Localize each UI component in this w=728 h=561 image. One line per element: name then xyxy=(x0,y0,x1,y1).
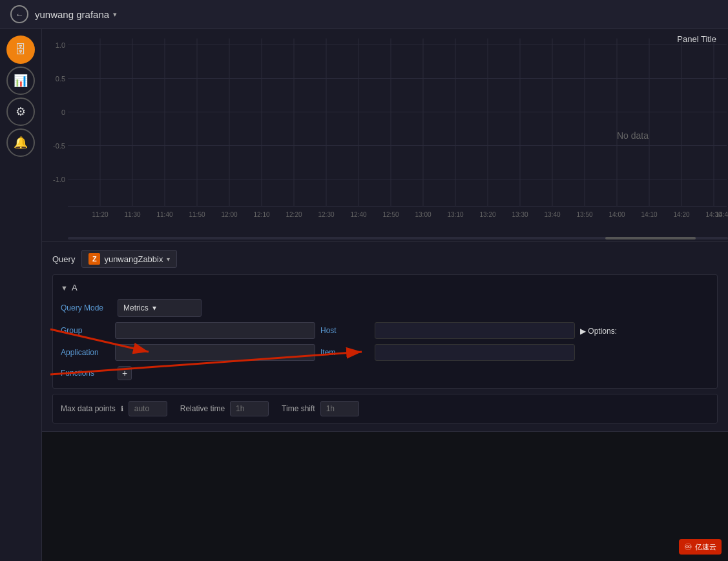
svg-text:0.5: 0.5 xyxy=(56,75,65,83)
info-icon[interactable]: ℹ xyxy=(121,405,123,413)
group-label[interactable]: Group xyxy=(61,326,112,335)
scrollbar-track xyxy=(68,237,728,240)
chart-inner: 1.0 0.5 0 -0.5 -1.0 11:20 11:30 11:40 11… xyxy=(42,29,728,222)
chart-svg: 1.0 0.5 0 -0.5 -1.0 11:20 11:30 11:40 11… xyxy=(42,29,728,222)
datasource-name: yunwangZabbix xyxy=(104,254,163,264)
sidebar-icon-chart[interactable]: 📊 xyxy=(6,66,35,95)
bottom-options: Max data points ℹ Relative time Time shi… xyxy=(52,394,718,423)
collapse-arrow-icon[interactable]: ▼ xyxy=(61,284,68,292)
gear-icon: ⚙ xyxy=(16,105,26,119)
svg-text:12:00: 12:00 xyxy=(221,211,237,218)
svg-text:12:20: 12:20 xyxy=(286,211,302,218)
options-link[interactable]: ▶ Options: xyxy=(580,327,617,336)
max-data-points-input[interactable] xyxy=(129,401,167,416)
host-field: Host xyxy=(320,322,575,339)
query-block-header: ▼ A xyxy=(61,283,709,292)
svg-text:13:00: 13:00 xyxy=(415,211,431,218)
app-title: yunwang grafana xyxy=(35,9,109,20)
sidebar: 🗄 📊 ⚙ 🔔 xyxy=(0,29,42,561)
svg-text:13:50: 13:50 xyxy=(576,211,592,218)
watermark: ♾ 亿速云 xyxy=(679,539,722,555)
functions-label: Functions xyxy=(61,369,112,378)
item-label[interactable]: Item xyxy=(320,348,372,357)
main-layout: 🗄 📊 ⚙ 🔔 Panel Title xyxy=(0,29,728,561)
chart-icon: 📊 xyxy=(14,74,28,88)
chart-scrollbar[interactable] xyxy=(68,235,728,241)
sidebar-icon-gear[interactable]: ⚙ xyxy=(6,97,35,126)
mode-arrow-icon: ▾ xyxy=(152,303,156,312)
back-arrow-icon: ← xyxy=(16,10,24,19)
group-input[interactable] xyxy=(115,322,315,339)
group-field: Group xyxy=(61,322,315,339)
svg-text:13:10: 13:10 xyxy=(447,211,463,218)
application-field: Application xyxy=(61,344,315,361)
content-area: Panel Title xyxy=(42,29,728,561)
relative-time-input[interactable] xyxy=(230,401,269,416)
watermark-icon: ♾ xyxy=(684,542,692,552)
svg-text:-1.0: -1.0 xyxy=(53,176,65,183)
sidebar-icon-bell[interactable]: 🔔 xyxy=(6,128,35,157)
max-data-points-label: Max data points xyxy=(61,404,116,413)
datasource-dropdown-icon: ▾ xyxy=(167,256,170,263)
mode-select[interactable]: Metrics ▾ xyxy=(118,299,202,317)
options-group: ▶ Options: xyxy=(580,326,709,336)
time-shift-input[interactable] xyxy=(320,401,359,416)
svg-text:12:50: 12:50 xyxy=(382,211,399,218)
item-input[interactable] xyxy=(375,344,575,361)
relative-time-group: Relative time xyxy=(180,401,269,416)
database-icon: 🗄 xyxy=(15,43,26,57)
svg-text:11:40: 11:40 xyxy=(156,211,172,218)
back-button[interactable]: ← xyxy=(10,5,28,23)
add-function-button[interactable]: + xyxy=(118,366,132,380)
svg-text:13:30: 13:30 xyxy=(512,211,528,218)
svg-text:14:20: 14:20 xyxy=(673,211,689,218)
scrollbar-thumb[interactable] xyxy=(605,237,696,240)
svg-text:14:40: 14:40 xyxy=(715,211,728,218)
query-mode-label: Query Mode xyxy=(61,303,112,312)
item-field: Item xyxy=(320,344,575,361)
svg-text:14:10: 14:10 xyxy=(641,211,657,218)
svg-text:12:30: 12:30 xyxy=(318,211,334,218)
query-section: Query Z yunwangZabbix ▾ ▼ A Query Mode xyxy=(42,242,728,432)
sidebar-icon-database[interactable]: 🗄 xyxy=(6,36,35,64)
bell-icon: 🔔 xyxy=(14,136,28,150)
query-mode-row: Query Mode Metrics ▾ xyxy=(61,299,709,317)
application-input[interactable] xyxy=(115,344,315,361)
host-label[interactable]: Host xyxy=(320,326,372,335)
header: ← yunwang grafana ▾ xyxy=(0,0,728,29)
header-title: yunwang grafana ▾ xyxy=(35,9,117,20)
functions-row: Functions + xyxy=(61,366,709,380)
svg-text:0: 0 xyxy=(61,108,65,116)
svg-text:14:00: 14:00 xyxy=(608,211,625,218)
application-label[interactable]: Application xyxy=(61,348,112,357)
mode-value: Metrics xyxy=(123,303,149,312)
svg-text:11:30: 11:30 xyxy=(124,211,140,218)
svg-text:11:20: 11:20 xyxy=(92,211,108,218)
query-block-id: A xyxy=(72,283,78,292)
svg-text:No data: No data xyxy=(617,130,649,141)
svg-text:12:10: 12:10 xyxy=(253,211,269,218)
svg-text:13:40: 13:40 xyxy=(544,211,560,218)
query-row: Query Z yunwangZabbix ▾ xyxy=(52,250,718,268)
query-label: Query xyxy=(52,254,75,264)
relative-time-label: Relative time xyxy=(180,404,225,413)
svg-text:12:40: 12:40 xyxy=(350,211,366,218)
max-data-points-group: Max data points ℹ xyxy=(61,401,167,416)
svg-text:-0.5: -0.5 xyxy=(53,142,65,150)
title-dropdown-icon[interactable]: ▾ xyxy=(113,10,117,19)
svg-text:1.0: 1.0 xyxy=(56,41,65,49)
svg-text:13:20: 13:20 xyxy=(479,211,495,218)
chart-panel: Panel Title xyxy=(42,29,728,242)
zabbix-logo: Z xyxy=(88,253,100,265)
query-block-a: ▼ A Query Mode Metrics ▾ Group xyxy=(52,274,718,389)
watermark-text: 亿速云 xyxy=(695,542,716,552)
datasource-selector[interactable]: Z yunwangZabbix ▾ xyxy=(81,250,177,268)
time-shift-group: Time shift xyxy=(282,401,359,416)
svg-text:11:50: 11:50 xyxy=(189,211,205,218)
time-shift-label: Time shift xyxy=(282,404,315,413)
host-input[interactable] xyxy=(375,322,575,339)
